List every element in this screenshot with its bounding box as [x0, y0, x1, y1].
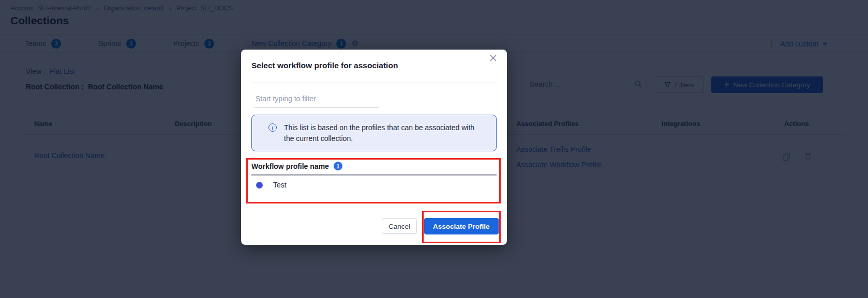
- workflow-profile-list-header: Workflow profile name 1: [241, 158, 507, 170]
- dialog-title-divider: [251, 83, 497, 83]
- info-icon: i: [268, 123, 277, 132]
- close-icon[interactable]: ×: [488, 53, 498, 64]
- cancel-button[interactable]: Cancel: [382, 218, 417, 234]
- info-callout: i This list is based on the profiles tha…: [251, 115, 497, 151]
- associate-profile-button[interactable]: Associate Profile: [424, 218, 499, 234]
- info-callout-text: This list is based on the profiles that …: [284, 122, 483, 144]
- workflow-profile-option-test[interactable]: Test: [251, 176, 497, 195]
- workflow-profile-count-badge: 1: [334, 162, 342, 170]
- profile-color-dot-icon: [256, 182, 263, 189]
- workflow-profile-name-label: Workflow profile name: [251, 162, 329, 170]
- profile-option-label: Test: [273, 181, 287, 189]
- profile-filter-input[interactable]: [255, 93, 379, 107]
- select-workflow-profile-dialog: × Select workflow profile for associatio…: [241, 50, 507, 245]
- dialog-title: Select workflow profile for association: [251, 61, 497, 70]
